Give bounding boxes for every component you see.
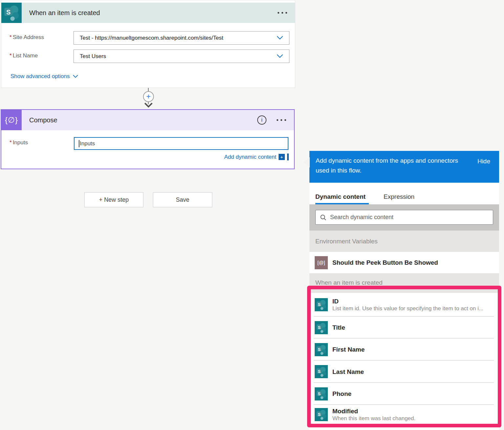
panel-header-text: Add dynamic content from the apps and co… [316, 156, 467, 175]
scrollbar[interactable] [309, 424, 499, 427]
site-address-dropdown[interactable]: Test - https://manueltgomescom.sharepoin… [74, 31, 289, 45]
section-when-item-created: When an item is created [309, 273, 499, 293]
chevron-down-icon [73, 75, 78, 78]
callout-pointer [304, 157, 310, 168]
chevron-down-icon [277, 53, 283, 60]
more-menu-icon[interactable] [277, 119, 286, 121]
save-button[interactable]: Save [153, 192, 212, 207]
list-name-dropdown[interactable]: Test Users [74, 50, 289, 63]
dynamic-item-title[interactable]: Title [309, 317, 499, 338]
inputs-placeholder: Inputs [80, 140, 95, 147]
sharepoint-icon [315, 387, 328, 400]
required-marker: * [10, 34, 12, 40]
show-advanced-options-link[interactable]: Show advanced options [10, 73, 78, 80]
sharepoint-icon [315, 365, 328, 378]
panel-footer-space [309, 427, 499, 430]
search-input[interactable] [330, 214, 489, 221]
info-icon[interactable]: i [257, 115, 266, 125]
insert-step-button[interactable]: + [143, 91, 154, 102]
trigger-title: When an item is created [29, 9, 100, 17]
tab-dynamic-content[interactable]: Dynamic content [315, 193, 369, 204]
dynamic-content-panel: Add dynamic content from the apps and co… [309, 151, 499, 430]
inputs-field[interactable]: Inputs [74, 137, 288, 150]
env-variable-item[interactable]: [@] Should the Peek Button Be Showed [309, 252, 499, 273]
text-caret [79, 140, 79, 147]
search-box[interactable] [315, 210, 493, 225]
new-step-button[interactable]: + New step [84, 192, 143, 207]
section-environment-variables: Environment Variables [309, 231, 499, 252]
search-icon [320, 214, 326, 221]
dynamic-item-last-name[interactable]: Last Name [309, 360, 499, 383]
add-dynamic-content-button[interactable]: Add dynamic content + [224, 154, 289, 160]
panel-header: Add dynamic content from the apps and co… [309, 151, 499, 183]
inputs-label: *Inputs [10, 139, 28, 146]
dynamic-item-id[interactable]: ID List item id. Use this value for spec… [309, 293, 499, 317]
site-address-label: *Site Address [10, 34, 44, 41]
trigger-card: When an item is created *Site Address Te… [1, 0, 295, 88]
sharepoint-icon [315, 343, 328, 356]
hide-button[interactable]: Hide [477, 158, 490, 165]
arrow-down-icon [144, 102, 153, 110]
compose-card: {∅} Compose i *Inputs Inputs Add dynamic… [1, 109, 295, 169]
panel-tabs: Dynamic content Expression [309, 183, 499, 204]
sharepoint-icon [315, 321, 328, 334]
trigger-card-header[interactable]: When an item is created [1, 3, 295, 23]
dynamic-item-modified[interactable]: Modified When this item was last changed… [309, 405, 499, 424]
plus-icon: + [279, 154, 285, 160]
more-menu-icon[interactable] [278, 12, 287, 14]
chevron-down-icon [277, 35, 283, 41]
sharepoint-icon [315, 298, 328, 311]
tab-expression[interactable]: Expression [384, 193, 414, 204]
compose-title: Compose [29, 116, 57, 124]
dynamic-item-first-name[interactable]: First Name [309, 338, 499, 360]
env-item-title: Should the Peek Button Be Showed [332, 259, 438, 266]
list-name-value: Test Users [80, 53, 106, 60]
compose-card-header[interactable]: {∅} Compose i [1, 110, 294, 130]
sharepoint-icon [1, 3, 22, 23]
required-marker: * [10, 52, 12, 59]
site-address-value: Test - https://manueltgomescom.sharepoin… [80, 35, 223, 41]
sharepoint-icon [315, 408, 328, 421]
plus-icon: + [146, 92, 151, 101]
environment-variable-icon: [@] [315, 256, 328, 269]
required-marker: * [10, 139, 12, 146]
compose-icon: {∅} [1, 110, 22, 130]
search-section [309, 204, 499, 231]
dynamic-item-phone[interactable]: Phone [309, 383, 499, 405]
cursor-bar-icon [287, 154, 289, 160]
list-name-label: *List Name [10, 52, 38, 59]
